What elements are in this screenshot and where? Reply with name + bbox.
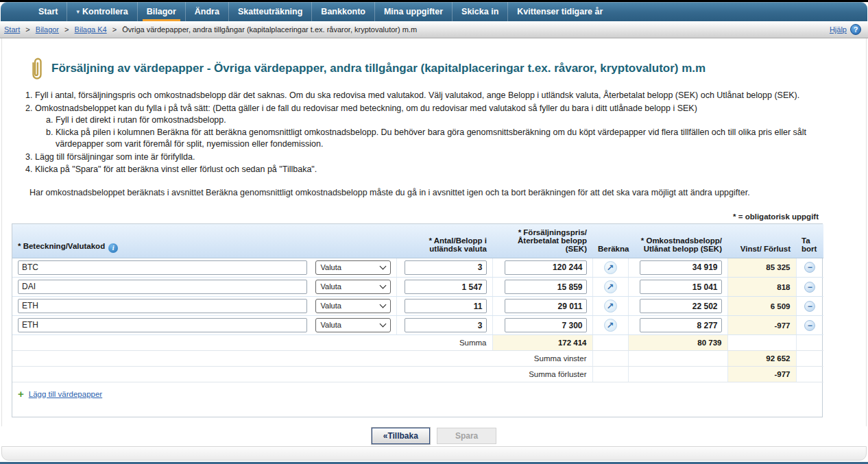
chevron-down-icon xyxy=(379,282,386,289)
paperclip-icon xyxy=(29,56,43,81)
breadcrumb-link-bilaga-k4[interactable]: Bilaga K4 xyxy=(75,25,107,34)
remove-row-button[interactable]: − xyxy=(804,301,815,312)
nav-item-andra[interactable]: Ändra xyxy=(185,2,228,21)
chevron-down-icon xyxy=(379,263,386,270)
column-header-tabort: Ta bort xyxy=(796,224,823,258)
column-header-antal: * Antal/Belopp i utländsk valuta xyxy=(396,224,492,258)
remove-row-button[interactable]: − xyxy=(804,282,815,293)
remove-row-button[interactable]: − xyxy=(804,262,815,273)
table-header-row: * Beteckning/Valutakodi * Antal/Belopp i… xyxy=(12,224,823,258)
beteckning-input[interactable] xyxy=(18,299,307,313)
instruction-item: Fyll i antal, försäljningspris och omkos… xyxy=(35,90,844,102)
antal-input[interactable] xyxy=(405,318,487,332)
arrow-up-right-icon: ↗ xyxy=(607,320,614,330)
currency-select[interactable]: Valuta xyxy=(315,318,391,332)
table-row: Valuta ↗ 6 509 − xyxy=(12,297,823,316)
nav-item-kontrollera[interactable]: ▾Kontrollera xyxy=(67,2,136,21)
instruction-item: Klicka på "Spara" för att beräkna vinst … xyxy=(35,164,844,176)
antal-input[interactable] xyxy=(405,299,487,313)
save-button[interactable]: Spara xyxy=(437,428,496,444)
pris-input[interactable] xyxy=(505,299,587,313)
summa-omkostnad-value: 80 739 xyxy=(628,335,727,351)
chevron-down-icon xyxy=(379,321,386,328)
omkostnad-input[interactable] xyxy=(640,280,722,294)
currency-select[interactable]: Valuta xyxy=(315,280,391,294)
add-security-link[interactable]: + Lägg till värdepapper xyxy=(18,389,102,399)
vinst-value: 6 509 xyxy=(727,297,796,316)
page: Start ▾Kontrollera Bilagor Ändra Skatteu… xyxy=(0,0,868,464)
nav-item-bankkonto[interactable]: Bankkonto xyxy=(311,2,374,21)
minus-icon: − xyxy=(808,321,812,330)
pris-input[interactable] xyxy=(505,260,587,275)
summary-row-forluster: Summa förluster -977 xyxy=(12,367,823,382)
vinst-value: -977 xyxy=(727,316,796,335)
summa-forluster-value: -977 xyxy=(727,367,796,382)
page-footer xyxy=(1,446,867,461)
nav-item-mina-uppgifter[interactable]: Mina uppgifter xyxy=(374,2,452,21)
pris-input[interactable] xyxy=(505,280,587,294)
calculate-button[interactable]: ↗ xyxy=(604,261,617,274)
currency-select[interactable]: Valuta xyxy=(315,260,391,275)
top-navigation: Start ▾Kontrollera Bilagor Ändra Skatteu… xyxy=(1,2,867,21)
help-icon[interactable]: ? xyxy=(850,24,861,35)
breadcrumb-separator-icon: > xyxy=(64,25,69,34)
minus-icon: − xyxy=(808,302,812,310)
beteckning-input[interactable] xyxy=(18,318,307,332)
column-header-omkostnad: * Omkostnadsbelopp/ Utlånat belopp (SEK) xyxy=(628,224,727,258)
remove-row-button[interactable]: − xyxy=(804,320,815,331)
calculate-button[interactable]: ↗ xyxy=(604,319,617,332)
column-header-berakna: Beräkna xyxy=(592,224,628,258)
back-button[interactable]: «Tillbaka xyxy=(372,428,430,444)
pris-input[interactable] xyxy=(505,318,587,332)
help-link[interactable]: Hjälp xyxy=(830,25,847,34)
breadcrumb-current: Övriga värdepapper, andra tillgångar (ka… xyxy=(122,25,417,34)
table-row: Valuta ↗ -977 − xyxy=(12,316,823,335)
omkostnad-input[interactable] xyxy=(640,260,722,275)
column-header-vinst: Vinst/ Förlust xyxy=(727,224,796,258)
page-title: Försäljning av värdepapper - Övriga värd… xyxy=(51,62,706,75)
arrow-up-right-icon: ↗ xyxy=(607,301,614,311)
vinst-value: 818 xyxy=(727,278,796,297)
omkostnad-input[interactable] xyxy=(640,299,722,313)
column-header-pris: * Försäljningspris/ Återbetalat belopp (… xyxy=(492,224,592,258)
beteckning-input[interactable] xyxy=(18,280,307,294)
antal-input[interactable] xyxy=(405,260,487,275)
breadcrumb-separator-icon: > xyxy=(112,25,117,34)
omkostnad-input[interactable] xyxy=(640,318,722,332)
minus-icon: − xyxy=(808,283,812,291)
note-text: Har omkostnadsbeloppet beräknats i avsni… xyxy=(29,188,842,197)
breadcrumb-link-start[interactable]: Start xyxy=(4,25,20,34)
nav-item-kvittenser[interactable]: Kvittenser tidigare år xyxy=(507,2,612,21)
currency-select[interactable]: Valuta xyxy=(315,299,391,313)
instruction-subitem: Klicka på pilen i kolumnen Beräkna för a… xyxy=(56,127,844,151)
summary-row-vinster: Summa vinster 92 652 xyxy=(12,351,823,367)
vinst-value: 85 325 xyxy=(727,258,796,278)
summa-forluster-label: Summa förluster xyxy=(12,367,592,382)
breadcrumb-link-bilagor[interactable]: Bilagor xyxy=(36,25,59,34)
arrow-up-right-icon: ↗ xyxy=(607,282,614,292)
calculate-button[interactable]: ↗ xyxy=(604,300,617,313)
dropdown-arrow-icon: ▾ xyxy=(76,8,80,15)
nav-item-start[interactable]: Start xyxy=(29,2,67,21)
breadcrumb-bar: Start > Bilagor > Bilaga K4 > Övriga vär… xyxy=(0,21,868,38)
instruction-item: Omkostnadsbeloppet kan du fylla i på två… xyxy=(35,103,844,151)
nav-item-bilagor[interactable]: Bilagor xyxy=(137,2,185,21)
nav-item-skatteutrakning[interactable]: Skatteuträkning xyxy=(228,2,311,21)
main-content: Försäljning av värdepapper - Övriga värd… xyxy=(1,38,867,426)
minus-icon: − xyxy=(808,263,812,271)
required-legend: * = obligatorisk uppgift xyxy=(2,212,819,221)
summary-row-summa: Summa 172 414 80 739 xyxy=(12,335,823,351)
beteckning-input[interactable] xyxy=(18,260,307,275)
add-row: + Lägg till värdepapper xyxy=(12,382,823,405)
securities-table: * Beteckning/Valutakodi * Antal/Belopp i… xyxy=(12,224,823,405)
column-header-beteckning: * Beteckning/Valutakodi xyxy=(12,224,396,258)
nav-item-skicka-in[interactable]: Skicka in xyxy=(452,2,507,21)
antal-input[interactable] xyxy=(405,280,487,294)
summa-label: Summa xyxy=(12,335,492,351)
summa-pris-value: 172 414 xyxy=(492,335,592,351)
summa-vinster-value: 92 652 xyxy=(727,351,796,367)
info-icon[interactable]: i xyxy=(108,243,118,253)
table-row: Valuta ↗ 85 325 − xyxy=(12,258,823,278)
instruction-item: Lägg till försäljningar som inte är föri… xyxy=(35,151,844,164)
calculate-button[interactable]: ↗ xyxy=(604,280,617,293)
